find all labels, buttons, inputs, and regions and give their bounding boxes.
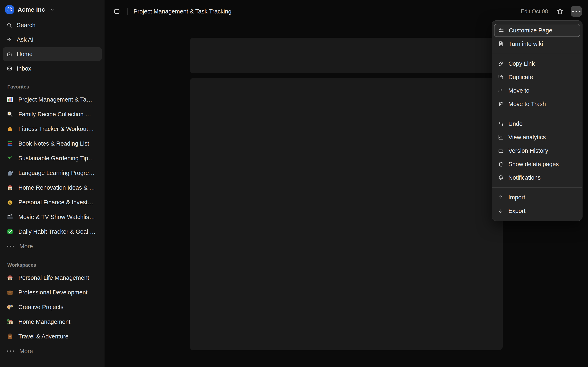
- menu-item-label: Import: [508, 194, 525, 201]
- menu-item-show-delete-pages[interactable]: Show delete pages: [494, 158, 580, 171]
- menu-item-label: Move to Trash: [508, 101, 546, 108]
- more-label: More: [19, 348, 33, 355]
- favorite-page-language-learning[interactable]: Language Learning Progre…: [3, 166, 102, 180]
- favorite-page-family-recipes[interactable]: Family Recipe Collection …: [3, 107, 102, 121]
- books-emoji-icon: [6, 140, 14, 147]
- menu-item-label: Customize Page: [509, 27, 552, 34]
- more-label: More: [19, 243, 33, 250]
- favorite-page-project-management[interactable]: Project Management & Ta…: [3, 92, 102, 107]
- menu-item-duplicate[interactable]: Duplicate: [494, 71, 580, 83]
- menu-item-customize-page[interactable]: Customize Page: [494, 24, 580, 37]
- menu-item-label: View analytics: [508, 134, 546, 141]
- briefcase-emoji-icon: [6, 289, 14, 296]
- move-to-icon: [498, 87, 504, 94]
- menu-item-label: Duplicate: [508, 74, 533, 81]
- sidebar: ⌘ Acme Inc Search Ask AI: [0, 0, 104, 367]
- workspaces-section: Workspaces Personal Life Management Prof…: [0, 262, 104, 358]
- menu-item-copy-link[interactable]: Copy Link: [494, 57, 580, 70]
- biceps-emoji-icon: [6, 125, 14, 133]
- page-options-menu: Customize Page Turn into wiki Copy Link: [492, 20, 582, 221]
- menu-item-version-history[interactable]: Version History: [494, 144, 580, 157]
- menu-item-label: Version History: [508, 147, 548, 154]
- favorite-page-label: Home Renovation Ideas & …: [18, 184, 95, 191]
- workspace-item-label: Travel & Adventure: [18, 333, 69, 340]
- arrow-down-icon: [498, 208, 504, 214]
- command-icon: ⌘: [7, 7, 12, 12]
- workspace-switcher[interactable]: ⌘ Acme Inc: [0, 0, 104, 17]
- edited-timestamp: Edit Oct 08: [521, 8, 548, 15]
- sliders-icon: [498, 27, 504, 33]
- workspace-item-home-management[interactable]: Home Management: [3, 315, 102, 329]
- ellipsis-icon: [6, 350, 15, 352]
- menu-item-view-analytics[interactable]: View analytics: [494, 131, 580, 144]
- menu-item-label: Copy Link: [508, 60, 535, 67]
- favorites-section-title: Favorites: [0, 84, 104, 90]
- search-icon: [7, 22, 12, 28]
- favorite-page-personal-finance[interactable]: $ Personal Finance & Invest…: [3, 195, 102, 209]
- workspace-item-label: Home Management: [18, 318, 70, 325]
- workspace-item-travel[interactable]: Travel & Adventure: [3, 329, 102, 343]
- palette-emoji-icon: [6, 303, 14, 311]
- star-icon[interactable]: [556, 8, 564, 15]
- menu-item-label: Export: [508, 208, 526, 214]
- sidebar-item-label: Ask AI: [17, 36, 34, 43]
- workspaces-more-button[interactable]: More: [3, 344, 102, 358]
- frying-pan-emoji-icon: [6, 110, 14, 118]
- bar-chart-emoji-icon: [6, 96, 14, 103]
- favorite-page-gardening-tips[interactable]: Sustainable Gardening Tip…: [3, 151, 102, 165]
- sidebar-item-ask-ai[interactable]: Ask AI: [3, 33, 102, 46]
- workspace-logo: ⌘: [5, 5, 14, 14]
- sidebar-item-home[interactable]: Home: [3, 47, 102, 61]
- favorite-page-label: Personal Finance & Invest…: [18, 199, 94, 206]
- ask-ai-icon: [7, 37, 12, 42]
- menu-item-export[interactable]: Export: [494, 204, 580, 217]
- analytics-icon: [498, 134, 504, 140]
- workspace-item-creative-projects[interactable]: Creative Projects: [3, 300, 102, 314]
- favorite-page-book-notes[interactable]: Book Notes & Reading List: [3, 136, 102, 151]
- menu-item-import[interactable]: Import: [494, 191, 580, 204]
- home-icon: [7, 51, 12, 57]
- page-options-button[interactable]: [571, 6, 582, 17]
- menu-section: Import Export: [492, 187, 582, 221]
- duplicate-icon: [498, 74, 504, 80]
- link-icon: [498, 60, 504, 67]
- app-window: ⌘ Acme Inc Search Ask AI: [0, 0, 588, 367]
- sidebar-item-inbox[interactable]: Inbox: [3, 62, 102, 75]
- menu-section: Undo View analytics Version History Show…: [492, 114, 582, 187]
- favorite-page-home-renovation[interactable]: Home Renovation Ideas & …: [3, 180, 102, 195]
- favorite-page-label: Language Learning Progre…: [18, 170, 95, 176]
- sidebar-item-search[interactable]: Search: [3, 18, 102, 32]
- menu-item-turn-into-wiki[interactable]: Turn into wiki: [494, 37, 580, 50]
- favorite-page-label: Sustainable Gardening Tip…: [18, 155, 94, 162]
- sidebar-toggle-icon[interactable]: [112, 7, 122, 16]
- house-emoji-icon: [6, 184, 14, 192]
- favorite-page-label: Daily Habit Tracker & Goal …: [18, 228, 96, 235]
- menu-item-notifications[interactable]: Notifications: [494, 171, 580, 184]
- seedling-emoji-icon: [6, 154, 14, 162]
- sidebar-item-label: Inbox: [17, 65, 31, 72]
- undo-icon: [498, 121, 504, 127]
- chevron-down-icon: [50, 7, 55, 12]
- menu-item-label: Move to: [508, 87, 529, 94]
- favorite-page-habit-tracker[interactable]: Daily Habit Tracker & Goal …: [3, 225, 102, 239]
- menu-item-move-to[interactable]: Move to: [494, 84, 580, 97]
- menu-item-label: Turn into wiki: [508, 41, 543, 47]
- menu-item-undo[interactable]: Undo: [494, 117, 580, 130]
- workspace-item-professional-dev[interactable]: Professional Development: [3, 285, 102, 300]
- menu-section: Copy Link Duplicate Move to Move to Tras…: [492, 54, 582, 114]
- favorite-page-label: Project Management & Ta…: [18, 96, 92, 103]
- favorite-page-movie-watchlist[interactable]: Movie & TV Show Watchlis…: [3, 210, 102, 224]
- trash-icon: [498, 161, 504, 167]
- favorite-page-fitness-tracker[interactable]: Fitness Tracker & Workout…: [3, 122, 102, 136]
- speaking-head-emoji-icon: [6, 169, 14, 177]
- page-title: Project Management & Task Tracking: [134, 8, 232, 15]
- trash-icon: [498, 101, 504, 107]
- header-divider: [127, 8, 128, 15]
- favorite-page-label: Fitness Tracker & Workout…: [18, 125, 94, 132]
- favorites-more-button[interactable]: More: [3, 239, 102, 253]
- workspace-item-personal-life[interactable]: Personal Life Management: [3, 271, 102, 285]
- clapper-board-emoji-icon: [6, 213, 14, 221]
- page-content-block-main: [190, 78, 503, 350]
- menu-item-move-to-trash[interactable]: Move to Trash: [494, 98, 580, 110]
- sidebar-item-label: Search: [17, 22, 35, 29]
